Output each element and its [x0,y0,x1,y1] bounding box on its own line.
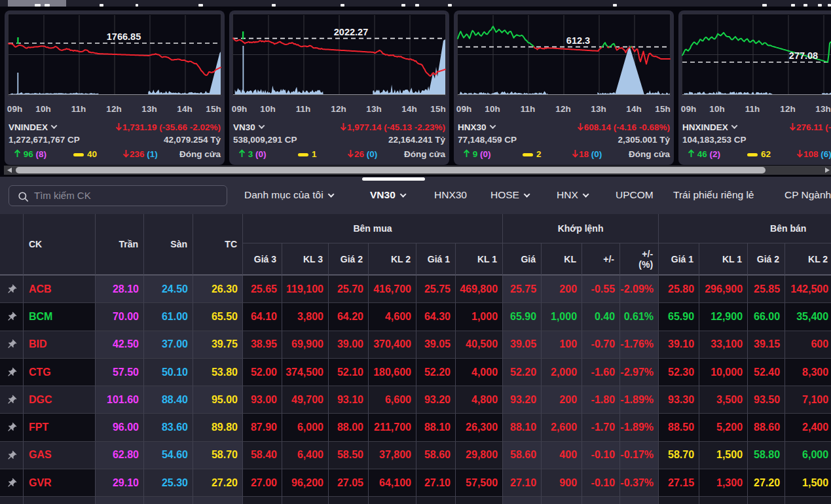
svg-text:2022.27: 2022.27 [334,27,368,37]
svg-text:277.08: 277.08 [789,50,818,61]
svg-text:612.3: 612.3 [566,35,590,46]
svg-text:1766.85: 1766.85 [107,31,141,42]
